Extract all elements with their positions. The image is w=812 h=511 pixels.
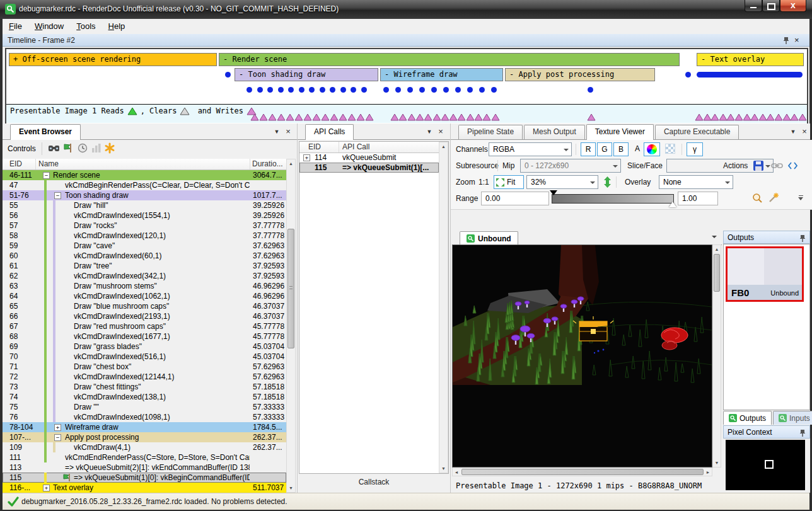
event-row[interactable]: 72vkCmdDrawIndexed(12144,1)57.62963 <box>3 372 286 382</box>
panel-close-icon[interactable]: × <box>800 128 809 137</box>
open-code-icon[interactable] <box>787 161 798 171</box>
collapse-icon[interactable]: − <box>43 172 50 179</box>
pin-icon[interactable] <box>799 234 806 243</box>
tab-pipeline-state[interactable]: Pipeline State <box>458 125 523 139</box>
channel-g-button[interactable]: G <box>597 142 612 156</box>
gamma-button[interactable]: γ <box>687 142 703 156</box>
menu-file[interactable]: File <box>3 19 28 33</box>
pin-icon[interactable] <box>799 429 806 437</box>
tab-api-calls[interactable]: API Calls <box>305 124 354 140</box>
event-row[interactable]: 111vkCmdEndRenderPass(C=Store, D=Store, … <box>3 452 286 462</box>
zoom-dropdown[interactable]: 32% <box>526 175 598 189</box>
range-slider[interactable] <box>552 194 674 204</box>
event-row[interactable]: 69Draw "grass blades"45.03704 <box>3 342 286 352</box>
event-row[interactable]: 51-76−Toon shading draw1017.7... <box>3 190 286 200</box>
event-row[interactable]: 62vkCmdDrawIndexed(342,1)37.92593 <box>3 271 286 281</box>
channels-dropdown[interactable]: RGBA <box>489 142 572 156</box>
link-icon[interactable] <box>771 161 783 170</box>
expand-icon[interactable]: + <box>43 485 50 491</box>
minimize-button[interactable] <box>745 0 762 12</box>
output-fb0-thumbnail[interactable]: FB0 Unbound <box>726 246 804 302</box>
channel-r-button[interactable]: R <box>581 142 596 156</box>
event-row[interactable]: 56vkCmdDrawIndexed(1554,1)39.25926 <box>3 210 286 221</box>
event-row[interactable]: 116-...+Text overlay511.7037 <box>3 483 286 493</box>
event-row[interactable]: 71Draw "chest box"57.62963 <box>3 362 286 372</box>
menu-tools[interactable]: Tools <box>70 19 102 33</box>
timeline-bar[interactable]: - Text overlay <box>697 53 804 66</box>
event-row[interactable]: 59Draw "cave"37.62963 <box>3 241 286 251</box>
panel-dropdown-icon[interactable]: ▼ <box>425 128 434 137</box>
timeline-bar[interactable]: - Render scene <box>219 53 680 66</box>
tab-inputs[interactable]: Inputs <box>773 411 812 425</box>
texture-tabs-dropdown-icon[interactable] <box>712 236 717 241</box>
custom-channels-button[interactable] <box>644 142 660 156</box>
timeline-bar[interactable]: + Off-screen scene rendering <box>9 53 217 66</box>
timeline-bar[interactable]: - Wireframe draw <box>380 68 503 81</box>
menu-help[interactable]: Help <box>102 19 132 33</box>
toolbar-overflow-button[interactable] <box>796 193 805 204</box>
tab-outputs[interactable]: Outputs <box>723 411 772 425</box>
close-button[interactable]: x <box>780 0 806 12</box>
event-row[interactable]: 63Draw "mushroom stems"46.96296 <box>3 281 286 291</box>
event-row[interactable]: 47vkCmdBeginRenderPass(C=Clear, D=Clear,… <box>3 180 286 190</box>
pin-icon[interactable] <box>783 37 789 45</box>
save-icon[interactable] <box>753 161 764 171</box>
event-row[interactable]: 73Draw "chest fittings"57.18518 <box>3 382 286 392</box>
channel-b-button[interactable]: B <box>613 142 629 156</box>
event-row[interactable]: 78-104+Wireframe draw1784.5... <box>3 422 286 432</box>
event-row[interactable]: 64vkCmdDrawIndexed(1062,1)46.96296 <box>3 291 286 301</box>
tab-event-browser[interactable]: Event Browser <box>10 124 81 140</box>
range-black-handle[interactable] <box>550 190 557 199</box>
panel-close-icon[interactable]: × <box>436 128 445 137</box>
api-call-row[interactable]: 115=> vkQueueSubmit(1)[... <box>299 163 439 173</box>
event-row[interactable]: 58vkCmdDrawIndexed(120,1)37.77778 <box>3 231 286 241</box>
event-row[interactable]: 113=> vkQueueSubmit(2)[1]: vkEndCommandB… <box>3 462 286 473</box>
collapse-icon[interactable]: − <box>54 192 61 199</box>
event-row[interactable]: 61Draw "tree"37.92593 <box>3 261 286 271</box>
api-call-row[interactable]: +114vkQueueSubmit <box>299 152 439 163</box>
autofit-wand-icon[interactable] <box>767 192 779 204</box>
expand-icon[interactable]: + <box>303 154 310 161</box>
timeline-close-icon[interactable]: × <box>794 34 799 47</box>
event-row[interactable]: 115=> vkQueueSubmit(1)[0]: vkBeginComman… <box>3 473 286 483</box>
overlay-dropdown[interactable]: None <box>659 175 733 189</box>
timeline-bar[interactable]: - Toon shading draw <box>235 68 378 81</box>
texture-canvas[interactable] <box>452 244 712 468</box>
event-row[interactable]: 46-111−Render scene3064.7... <box>3 170 286 180</box>
event-row[interactable]: 75Draw ""57.33333 <box>3 402 286 412</box>
timeline-bar[interactable]: - Apply post processing <box>505 68 655 81</box>
range-min-input[interactable]: 0.00 <box>481 192 549 205</box>
event-row[interactable]: 68vkCmdDrawIndexed(1677,1)45.77778 <box>3 331 286 342</box>
callstack-section[interactable]: Callstack <box>299 475 449 489</box>
tab-capture-executable[interactable]: Capture Executable <box>655 125 739 139</box>
range-max-input[interactable]: 1.00 <box>678 192 718 205</box>
zoom-1to1-button[interactable]: 1:1 <box>478 175 489 189</box>
tab-unbound[interactable]: Unbound <box>460 231 518 245</box>
menu-window[interactable]: Window <box>28 19 70 33</box>
event-row[interactable]: 74vkCmdDrawIndexed(138,1)57.18518 <box>3 392 286 402</box>
expand-icon[interactable]: + <box>54 424 61 431</box>
mip-dropdown[interactable]: 0 - 1272x690 <box>520 159 621 173</box>
maximize-button[interactable] <box>762 0 780 12</box>
zoom-range-icon[interactable] <box>752 193 763 204</box>
event-row[interactable]: 107-...−Apply post processing262.37... <box>3 432 286 442</box>
pixel-context-view[interactable] <box>726 440 805 490</box>
api-calls-scrollbar[interactable]: ▲▼ <box>439 142 448 473</box>
event-row[interactable]: 76vkCmdDrawIndexed(1098,1)57.33333 <box>3 412 286 422</box>
event-row[interactable]: 65Draw "blue mushroom caps"46.37037 <box>3 301 286 311</box>
texture-v-scrollbar[interactable]: ▲ ▼ <box>712 244 721 468</box>
texture-h-scrollbar[interactable]: ◄ ► <box>452 468 712 476</box>
event-row[interactable]: 57Draw "rocks"37.77778 <box>3 221 286 231</box>
zoom-fit-button[interactable]: Fit <box>494 175 524 189</box>
channel-a-button[interactable]: A <box>630 142 645 156</box>
event-row[interactable]: 55Draw "hill"39.25926 <box>3 200 286 210</box>
panel-dropdown-icon[interactable]: ▼ <box>789 128 798 137</box>
event-browser-scrollbar[interactable]: ▲ ▼ <box>286 159 296 493</box>
range-white-handle[interactable] <box>669 198 676 207</box>
event-row[interactable]: 60vkCmdDrawIndexed(60,1)37.62963 <box>3 251 286 261</box>
tab-mesh-output[interactable]: Mesh Output <box>524 125 585 139</box>
flip-y-icon[interactable] <box>603 176 612 188</box>
collapse-icon[interactable]: − <box>54 434 61 441</box>
event-row[interactable]: 66vkCmdDrawIndexed(2193,1)46.37037 <box>3 311 286 321</box>
tab-texture-viewer[interactable]: Texture Viewer <box>586 124 654 140</box>
